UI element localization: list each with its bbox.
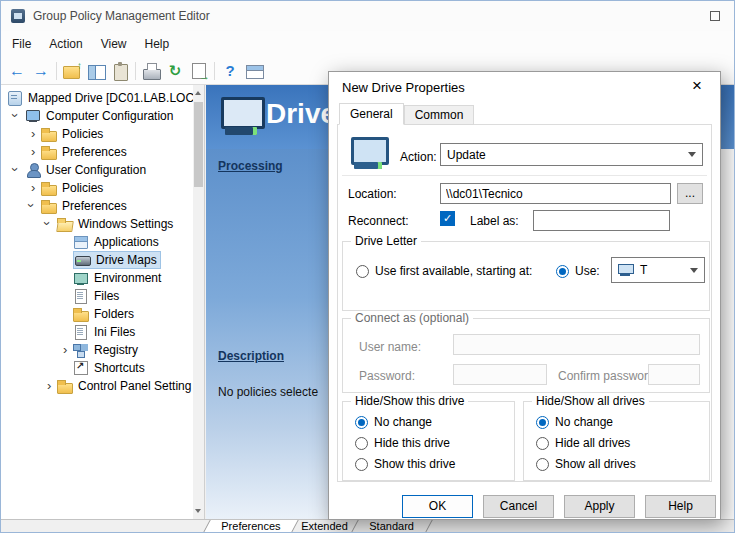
chevron-down-icon	[690, 268, 698, 273]
radio-this-no-change[interactable]: No change	[355, 415, 432, 429]
user-name-label: User name:	[359, 340, 421, 354]
help-icon[interactable]	[218, 59, 242, 83]
password-input	[453, 364, 547, 385]
radio-use[interactable]: Use:	[556, 264, 600, 278]
apply-button[interactable]: Apply	[564, 495, 635, 518]
forward-icon[interactable]	[29, 59, 53, 83]
chevron-expanded-icon[interactable]	[11, 161, 25, 179]
radio-selected-icon	[355, 416, 368, 429]
refresh-icon[interactable]	[163, 59, 187, 83]
scrollbar-thumb[interactable]	[194, 102, 203, 187]
menu-view[interactable]: View	[92, 33, 136, 55]
tree-item-policies-computer[interactable]: Policies	[1, 125, 204, 143]
tree-item-drive-maps[interactable]: Drive Maps	[1, 251, 204, 269]
export-list-icon[interactable]	[187, 59, 211, 83]
confirm-password-label: Confirm password:	[558, 369, 658, 383]
menu-action[interactable]: Action	[40, 33, 91, 55]
radio-use-first-available[interactable]: Use first available, starting at:	[356, 264, 532, 278]
label-as-input[interactable]	[533, 210, 670, 231]
tree-item-preferences-user[interactable]: Preferences	[1, 197, 204, 215]
hide-show-all-group-label: Hide/Show all drives	[532, 394, 649, 408]
reconnect-label: Reconnect:	[348, 214, 409, 228]
chevron-collapsed-icon[interactable]	[43, 377, 57, 395]
radio-hide-this-drive[interactable]: Hide this drive	[355, 436, 450, 450]
menu-help[interactable]: Help	[136, 33, 179, 55]
action-dropdown[interactable]: Update	[440, 143, 703, 166]
tree-item-environment[interactable]: Environment	[1, 269, 204, 287]
tree-item-windows-settings[interactable]: Windows Settings	[1, 215, 204, 233]
print-icon[interactable]	[139, 59, 163, 83]
chevron-collapsed-icon[interactable]	[59, 341, 73, 359]
radio-show-this-drive[interactable]: Show this drive	[355, 457, 455, 471]
chevron-spacer	[59, 233, 73, 251]
tree-item-control-panel-settings[interactable]: Control Panel Setting	[1, 377, 204, 395]
connect-as-group-label: Connect as (optional)	[351, 311, 473, 325]
tree-scrollbar[interactable]	[193, 85, 204, 519]
radio-unselected-icon	[536, 437, 549, 450]
folder-icon	[41, 126, 57, 142]
drive-letter-group-label: Drive Letter	[351, 234, 421, 248]
tree-item-user-configuration[interactable]: User Configuration	[1, 161, 204, 179]
help-button[interactable]: Help	[645, 495, 716, 518]
tab-standard[interactable]: Standard	[350, 520, 432, 533]
toolbar-separator	[135, 62, 136, 80]
tree-item-mapped-drive-root[interactable]: Mapped Drive [DC01.LAB.LOCA	[1, 89, 204, 107]
chevron-expanded-icon[interactable]	[11, 107, 25, 125]
drive-maps-banner-icon	[218, 97, 264, 137]
tree-item-ini-files[interactable]: Ini Files	[1, 323, 204, 341]
cancel-button[interactable]: Cancel	[483, 495, 554, 518]
tree-item-applications[interactable]: Applications	[1, 233, 204, 251]
processing-link[interactable]: Processing	[218, 159, 283, 173]
toolbar-separator	[56, 62, 57, 80]
location-label: Location:	[348, 187, 397, 201]
up-one-level-icon[interactable]	[60, 59, 84, 83]
close-icon[interactable]	[687, 76, 707, 96]
browse-button[interactable]: ...	[677, 183, 703, 204]
radio-hide-all-drives[interactable]: Hide all drives	[536, 436, 630, 450]
password-label: Password:	[359, 369, 415, 383]
chevron-collapsed-icon[interactable]	[27, 179, 41, 197]
ini-files-icon	[73, 324, 89, 340]
ok-button[interactable]: OK	[402, 495, 473, 518]
chevron-down-icon	[688, 152, 696, 157]
tree-item-computer-configuration[interactable]: Computer Configuration	[1, 107, 204, 125]
radio-unselected-icon	[536, 458, 549, 471]
new-drive-properties-dialog: New Drive Properties General Common Acti…	[328, 71, 721, 520]
back-icon[interactable]	[5, 59, 29, 83]
tree-item-folders[interactable]: Folders	[1, 305, 204, 323]
tree-item-preferences-computer[interactable]: Preferences	[1, 143, 204, 161]
properties-icon[interactable]	[108, 59, 132, 83]
description-link[interactable]: Description	[218, 349, 284, 363]
folder-icon	[73, 306, 89, 322]
tree-item-shortcuts[interactable]: Shortcuts	[1, 359, 204, 377]
tab-common[interactable]: Common	[404, 105, 475, 125]
tab-preferences[interactable]: Preferences	[202, 520, 299, 533]
gpo-icon	[7, 90, 23, 106]
selected-highlight: Drive Maps	[73, 251, 161, 269]
chevron-expanded-icon[interactable]	[43, 215, 57, 233]
tab-general[interactable]: General	[339, 103, 404, 125]
bottom-bar: Preferences Extended Standard	[1, 519, 734, 533]
tree-item-registry[interactable]: Registry	[1, 341, 204, 359]
reconnect-checkbox[interactable]	[440, 211, 455, 226]
action-label: Action:	[400, 150, 437, 164]
location-input[interactable]	[440, 183, 671, 204]
drive-letter-dropdown[interactable]: T	[611, 257, 705, 283]
menu-file[interactable]: File	[3, 33, 40, 55]
chevron-collapsed-icon[interactable]	[27, 143, 41, 161]
chevron-expanded-icon[interactable]	[27, 197, 41, 215]
chevron-collapsed-icon[interactable]	[27, 125, 41, 143]
folder-icon	[41, 198, 57, 214]
applications-icon	[73, 234, 89, 250]
chevron-spacer	[59, 287, 73, 305]
show-console-tree-icon[interactable]	[84, 59, 108, 83]
tree-item-policies-user[interactable]: Policies	[1, 179, 204, 197]
filter-options-icon[interactable]	[242, 59, 266, 83]
radio-all-no-change[interactable]: No change	[536, 415, 613, 429]
gpme-window: Group Policy Management Editor File Acti…	[0, 0, 735, 533]
chevron-spacer	[59, 359, 73, 377]
radio-unselected-icon	[356, 265, 369, 278]
tree-item-files[interactable]: Files	[1, 287, 204, 305]
maximize-button[interactable]	[710, 11, 720, 21]
radio-show-all-drives[interactable]: Show all drives	[536, 457, 636, 471]
